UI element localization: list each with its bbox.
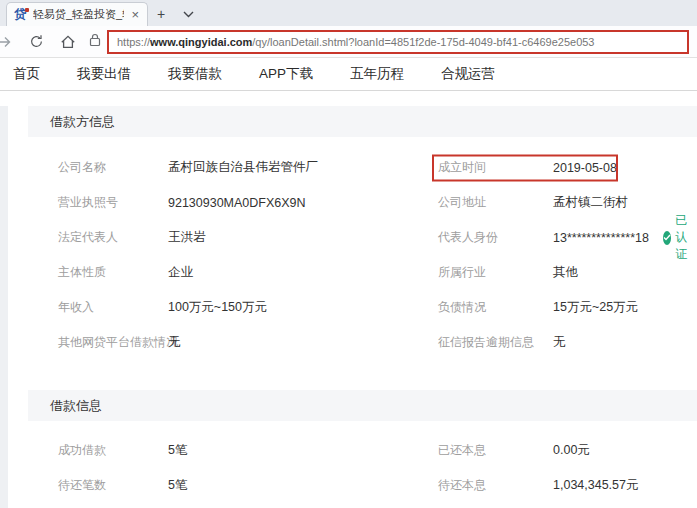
field-label: 年收入 bbox=[58, 299, 168, 316]
nav-item-borrow[interactable]: 我要借款 bbox=[168, 65, 222, 83]
field-label: 公司地址 bbox=[438, 194, 553, 211]
tab-strip: 贷 轻易贷_轻盈投资_轻易投 × + bbox=[0, 0, 697, 26]
nav-item-app-download[interactable]: APP下载 bbox=[259, 65, 313, 83]
field-row-other-loans: 其他网贷平台借款情况 无 征信报告逾期信息 无 bbox=[0, 325, 697, 360]
field-row-successful-loans: 成功借款 5笔 已还本息 0.00元 bbox=[0, 433, 697, 468]
verified-badge-label: 已认证 bbox=[675, 212, 697, 263]
address-bar[interactable]: https://www.qingyidai.com/qy/loanDetail.… bbox=[87, 29, 689, 55]
url-domain: www.qingyidai.com bbox=[150, 36, 252, 48]
pending-amount-value: 1,034,345.57元 bbox=[553, 477, 639, 494]
tab-close-icon[interactable]: × bbox=[129, 7, 141, 22]
check-circle-icon bbox=[663, 231, 671, 245]
field-label: 所属行业 bbox=[438, 264, 553, 281]
field-row-company-name: 公司名称 孟村回族自治县伟岩管件厂 成立时间 2019-05-08 bbox=[0, 150, 697, 185]
field-label: 待还笔数 bbox=[58, 477, 168, 494]
forward-icon[interactable] bbox=[0, 29, 17, 55]
page-left-gutter bbox=[0, 106, 8, 508]
other-platform-loans-value: 无 bbox=[168, 334, 181, 351]
field-label: 公司名称 bbox=[58, 159, 168, 176]
field-label: 其他网贷平台借款情况 bbox=[58, 334, 168, 351]
field-row-legal-rep: 法定代表人 王洪岩 代表人身份 13**************18 已认证 bbox=[0, 220, 697, 255]
entity-type-value: 企业 bbox=[168, 264, 193, 281]
url-scheme: https:// bbox=[117, 36, 150, 48]
nav-item-compliance[interactable]: 合规运营 bbox=[441, 65, 495, 83]
lock-icon bbox=[89, 33, 101, 51]
license-number-value: 92130930MA0DFX6X9N bbox=[168, 196, 306, 210]
field-label: 主体性质 bbox=[58, 264, 168, 281]
pending-count-value: 5笔 bbox=[168, 477, 187, 494]
field-label: 营业执照号 bbox=[58, 194, 168, 211]
annual-income-value: 100万元~150万元 bbox=[168, 299, 267, 316]
field-label: 待还本息 bbox=[438, 477, 553, 494]
refresh-icon[interactable] bbox=[23, 29, 49, 55]
home-icon[interactable] bbox=[55, 29, 81, 55]
loan-detail-content: 借款方信息 公司名称 孟村回族自治县伟岩管件厂 成立时间 2019-05-08 … bbox=[0, 106, 697, 503]
company-name-value: 孟村回族自治县伟岩管件厂 bbox=[168, 159, 318, 176]
debt-status-value: 15万元~25万元 bbox=[553, 299, 638, 316]
url-field[interactable]: https://www.qingyidai.com/qy/loanDetail.… bbox=[107, 30, 689, 54]
loan-section-title: 借款信息 bbox=[28, 390, 697, 421]
tab-title: 轻易贷_轻盈投资_轻易投 bbox=[33, 7, 124, 22]
verified-badge: 已认证 bbox=[663, 212, 697, 263]
tab-list-chevron-icon[interactable] bbox=[174, 2, 203, 26]
borrower-fields: 公司名称 孟村回族自治县伟岩管件厂 成立时间 2019-05-08 营业执照号 … bbox=[0, 150, 697, 360]
company-address-value: 孟村镇二街村 bbox=[553, 194, 628, 211]
established-date-value: 2019-05-08 bbox=[553, 161, 617, 175]
nav-item-history[interactable]: 五年历程 bbox=[350, 65, 404, 83]
browser-toolbar: https://www.qingyidai.com/qy/loanDetail.… bbox=[0, 26, 697, 58]
nav-item-lend[interactable]: 我要出借 bbox=[77, 65, 131, 83]
site-favicon-icon: 贷 bbox=[13, 7, 28, 22]
loan-fields: 成功借款 5笔 已还本息 0.00元 待还笔数 5笔 待还本息 1,034,34… bbox=[0, 433, 697, 503]
field-row-income: 年收入 100万元~150万元 负债情况 15万元~25万元 bbox=[0, 290, 697, 325]
field-label: 已还本息 bbox=[438, 442, 553, 459]
new-tab-button[interactable]: + bbox=[148, 2, 174, 26]
field-label: 负债情况 bbox=[438, 299, 553, 316]
url-path: /qy/loanDetail.shtml?loanId=4851f2de-175… bbox=[252, 36, 594, 48]
credit-overdue-value: 无 bbox=[553, 334, 566, 351]
industry-value: 其他 bbox=[553, 264, 578, 281]
legal-rep-value: 王洪岩 bbox=[168, 229, 206, 246]
field-label: 代表人身份 bbox=[438, 229, 553, 246]
field-label: 征信报告逾期信息 bbox=[438, 334, 553, 351]
browser-window: 贷 轻易贷_轻盈投资_轻易投 × + https://www.qingyidai… bbox=[0, 0, 697, 508]
field-row-pending-loans: 待还笔数 5笔 待还本息 1,034,345.57元 bbox=[0, 468, 697, 503]
repaid-amount-value: 0.00元 bbox=[553, 442, 590, 459]
rep-id-value: 13**************18 bbox=[553, 231, 649, 245]
borrower-section-title: 借款方信息 bbox=[28, 106, 697, 137]
field-label: 成立时间 bbox=[438, 159, 553, 176]
browser-tab[interactable]: 贷 轻易贷_轻盈投资_轻易投 × bbox=[6, 2, 148, 26]
nav-item-home[interactable]: 首页 bbox=[13, 65, 40, 83]
field-label: 成功借款 bbox=[58, 442, 168, 459]
field-label: 法定代表人 bbox=[58, 229, 168, 246]
site-nav: 首页 我要出借 我要借款 APP下载 五年历程 合规运营 bbox=[0, 58, 697, 91]
successful-loans-value: 5笔 bbox=[168, 442, 187, 459]
